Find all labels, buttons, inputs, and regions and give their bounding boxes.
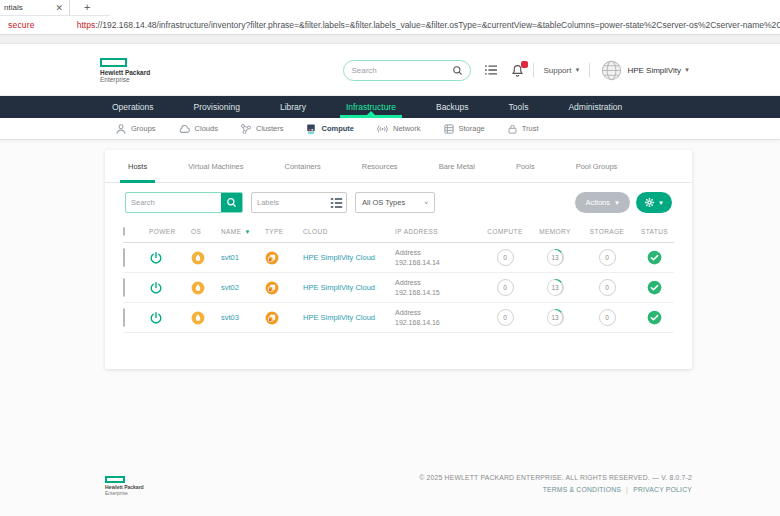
chevron-down-icon: ▼ (658, 200, 664, 206)
labels-input[interactable] (252, 198, 326, 207)
ip-address-cell: Address 192.168.14.14 (395, 248, 479, 267)
subnav-item-clusters[interactable]: Clusters (235, 123, 289, 135)
actions-label: Actions (585, 198, 610, 207)
col-status[interactable]: STATUS (635, 228, 674, 235)
tab-resources[interactable]: Resources (354, 150, 406, 182)
subnav-item-trust[interactable]: Trust (502, 123, 544, 135)
col-os[interactable]: OS (191, 228, 221, 235)
col-name[interactable]: NAME ▼ (221, 228, 265, 235)
hpe-logo[interactable]: Hewlett Packard Enterprise (100, 58, 150, 84)
actions-button[interactable]: Actions ▼ (575, 192, 630, 213)
compute-count-badge: 0 (497, 249, 514, 266)
subnav-item-storage[interactable]: Storage (438, 123, 490, 135)
global-search-box[interactable] (343, 60, 471, 81)
cloud-link[interactable]: HPE SimpliVity Cloud (303, 283, 395, 292)
sort-desc-icon[interactable]: ▼ (244, 229, 250, 235)
subnav-item-compute[interactable]: Compute (300, 123, 359, 135)
power-on-icon (149, 281, 191, 295)
address-bar[interactable]: secure https://192.168.14.48/infrastruct… (0, 16, 780, 34)
host-name-link[interactable]: svt02 (221, 283, 265, 292)
search-submit-button[interactable] (221, 192, 242, 213)
user-menu[interactable]: HPE SimpliVity ▼ (627, 66, 690, 75)
activity-feed-icon[interactable] (484, 64, 498, 76)
hosts-table: POWER OS NAME ▼ TYPE CLOUD IP ADDRESS CO… (123, 221, 674, 333)
table-search-input[interactable] (126, 198, 221, 207)
server-icon (305, 123, 317, 135)
filter-bar: All OS Types ˅ Actions ▼ ▼ (105, 183, 692, 221)
ip-value: 192.168.14.15 (395, 288, 479, 297)
col-ip-address[interactable]: IP ADDRESS (395, 228, 479, 235)
cloud-icon (178, 123, 191, 135)
nav-item-operations[interactable]: Operations (112, 96, 154, 118)
status-ok-icon (635, 250, 674, 265)
tab-bare-metal[interactable]: Bare Metal (431, 150, 483, 182)
chevron-down-icon: ▼ (684, 67, 690, 73)
row-checkbox[interactable] (123, 248, 125, 267)
tab-close-icon[interactable]: ✕ (53, 3, 65, 13)
footer-text: © 2025 HEWLETT PACKARD ENTERPRISE. ALL R… (419, 472, 692, 495)
user-menu-label: HPE SimpliVity (627, 66, 681, 75)
tab-pool-groups[interactable]: Pool Groups (568, 150, 626, 182)
nav-item-provisioning[interactable]: Provisioning (194, 96, 240, 118)
os-type-select[interactable]: All OS Types ˅ (355, 192, 435, 213)
nav-item-library[interactable]: Library (280, 96, 306, 118)
subnav-label: Clusters (256, 124, 284, 133)
terms-link[interactable]: TERMS & CONDITIONS (543, 486, 621, 493)
table-settings-button[interactable]: ▼ (636, 192, 672, 213)
browser-tab-strip: ntials ✕ + (0, 0, 780, 16)
cloud-link[interactable]: HPE SimpliVity Cloud (303, 313, 395, 322)
host-type-icon (265, 281, 303, 295)
row-checkbox[interactable] (123, 278, 125, 297)
col-type[interactable]: TYPE (265, 228, 303, 235)
header-divider (589, 63, 590, 77)
subnav-item-network[interactable]: Network (371, 123, 426, 135)
new-tab-button[interactable]: + (84, 1, 90, 13)
host-type-icon (265, 251, 303, 265)
hpe-logo-line1: Hewlett Packard (100, 69, 150, 76)
search-icon (452, 65, 463, 76)
global-search-input[interactable] (351, 66, 452, 75)
page-content: Hosts Virtual Machines Containers Resour… (0, 141, 780, 516)
notifications-bell-icon[interactable] (511, 64, 524, 77)
tab-pools[interactable]: Pools (508, 150, 543, 182)
subnav-label: Network (393, 124, 421, 133)
labels-filter-box[interactable] (251, 192, 347, 213)
col-memory[interactable]: MEMORY (531, 228, 579, 235)
subnav-item-clouds[interactable]: Clouds (173, 123, 223, 135)
ip-label: Address (395, 308, 479, 317)
copyright-line: © 2025 HEWLETT PACKARD ENTERPRISE. ALL R… (419, 472, 692, 484)
nav-item-tools[interactable]: Tools (509, 96, 529, 118)
table-row: svt01 HPE SimpliVity Cloud Address 192.1… (123, 243, 674, 273)
subnav-label: Storage (459, 124, 485, 133)
ip-address-cell: Address 192.168.14.15 (395, 278, 479, 297)
host-name-link[interactable]: svt01 (221, 253, 265, 262)
tab-containers[interactable]: Containers (276, 150, 328, 182)
cloud-link[interactable]: HPE SimpliVity Cloud (303, 253, 395, 262)
os-icon (191, 311, 221, 325)
footer-logo-line2: Enterprise (105, 490, 144, 496)
col-cloud[interactable]: CLOUD (303, 228, 395, 235)
col-storage[interactable]: STORAGE (579, 228, 635, 235)
col-compute[interactable]: COMPUTE (479, 228, 531, 235)
footer-hpe-logo: Hewlett Packard Enterprise (105, 476, 144, 496)
row-checkbox[interactable] (123, 308, 125, 327)
subnav-item-groups[interactable]: Groups (110, 123, 161, 135)
nav-item-administration[interactable]: Administration (568, 96, 622, 118)
main-nav-bar: Operations Provisioning Library Infrastr… (0, 96, 780, 118)
privacy-link[interactable]: PRIVACY POLICY (633, 486, 692, 493)
browser-tab[interactable]: ntials ✕ (0, 0, 70, 16)
select-all-checkbox[interactable] (123, 227, 125, 236)
col-power[interactable]: POWER (149, 228, 191, 235)
table-search-box[interactable] (125, 192, 243, 213)
lock-icon (507, 123, 518, 135)
power-on-icon (149, 251, 191, 265)
host-name-link[interactable]: svt03 (221, 313, 265, 322)
user-avatar-globe-icon[interactable] (601, 60, 622, 81)
support-menu[interactable]: Support ▼ (543, 66, 580, 75)
version-text: — V. 8.0.7-2 (652, 474, 692, 481)
nav-item-backups[interactable]: Backups (436, 96, 469, 118)
labels-list-icon[interactable] (326, 193, 346, 212)
tab-virtual-machines[interactable]: Virtual Machines (180, 150, 251, 182)
nav-item-infrastructure[interactable]: Infrastructure (346, 96, 396, 118)
tab-hosts[interactable]: Hosts (120, 150, 155, 182)
